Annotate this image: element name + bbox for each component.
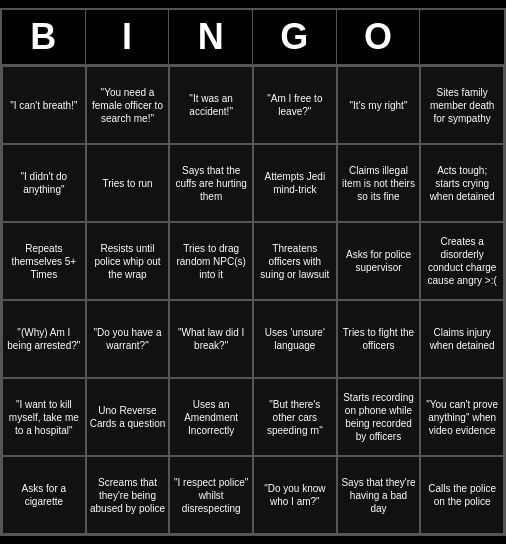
bingo-cell[interactable]: Uses 'unsure' language	[253, 300, 337, 378]
bingo-cell[interactable]: Resists until police whip out the wrap	[86, 222, 170, 300]
bingo-cell[interactable]: "It's my right"	[337, 66, 421, 144]
bingo-cell[interactable]: Creates a disorderly conduct charge caus…	[420, 222, 504, 300]
bingo-cell[interactable]: Screams that they're being abused by pol…	[86, 456, 170, 534]
bingo-cell[interactable]: Tries to drag random NPC(s) into it	[169, 222, 253, 300]
bingo-cell[interactable]: "I want to kill myself, take me to a hos…	[2, 378, 86, 456]
bingo-cell[interactable]: "What law did I break?"	[169, 300, 253, 378]
bingo-cell[interactable]: Acts tough; starts crying when detained	[420, 144, 504, 222]
bingo-cell[interactable]: Attempts Jedi mind-trick	[253, 144, 337, 222]
letter-extra	[420, 10, 504, 64]
letter-n: N	[169, 10, 253, 64]
bingo-cell[interactable]: "But there's other cars speeding rn"	[253, 378, 337, 456]
bingo-cell[interactable]: "Do you have a warrant?"	[86, 300, 170, 378]
bingo-cell[interactable]: "I can't breath!"	[2, 66, 86, 144]
bingo-cell[interactable]: "You can't prove anything" when video ev…	[420, 378, 504, 456]
bingo-cell[interactable]: "(Why) Am I being arrested?"	[2, 300, 86, 378]
bingo-cell[interactable]: Claims illegal item is not theirs so its…	[337, 144, 421, 222]
bingo-cell[interactable]: Tries to fight the officers	[337, 300, 421, 378]
bingo-cell[interactable]: Claims injury when detained	[420, 300, 504, 378]
bingo-cell[interactable]: Threatens officers with suing or lawsuit	[253, 222, 337, 300]
letter-b: B	[2, 10, 86, 64]
bingo-cell[interactable]: "Am I free to leave?"	[253, 66, 337, 144]
bingo-cell[interactable]: Tries to run	[86, 144, 170, 222]
bingo-cell[interactable]: Says that the cuffs are hurting them	[169, 144, 253, 222]
bingo-cell[interactable]: Uses an Amendment Incorrectly	[169, 378, 253, 456]
letter-g: G	[253, 10, 337, 64]
bingo-cell[interactable]: Asks for a cigarette	[2, 456, 86, 534]
bingo-cell[interactable]: Sites family member death for sympathy	[420, 66, 504, 144]
bingo-header: B I N G O	[2, 10, 504, 66]
bingo-cell[interactable]: "I didn't do anything"	[2, 144, 86, 222]
bingo-cell[interactable]: Repeats themselves 5+ Times	[2, 222, 86, 300]
letter-i: I	[86, 10, 170, 64]
bingo-cell[interactable]: "You need a female officer to search me!…	[86, 66, 170, 144]
bingo-cell[interactable]: Says that they're having a bad day	[337, 456, 421, 534]
bingo-cell[interactable]: Calls the police on the police	[420, 456, 504, 534]
bingo-cell[interactable]: Starts recording on phone while being re…	[337, 378, 421, 456]
bingo-cell[interactable]: Asks for police supervisor	[337, 222, 421, 300]
bingo-cell[interactable]: "I respect police" whilst disrespecting	[169, 456, 253, 534]
bingo-cell[interactable]: "It was an accident!"	[169, 66, 253, 144]
bingo-cell[interactable]: Uno Reverse Cards a question	[86, 378, 170, 456]
bingo-grid: "I can't breath!""You need a female offi…	[2, 66, 504, 534]
bingo-cell[interactable]: "Do you know who I am?"	[253, 456, 337, 534]
letter-o: O	[337, 10, 421, 64]
bingo-card: B I N G O "I can't breath!""You need a f…	[0, 8, 506, 536]
